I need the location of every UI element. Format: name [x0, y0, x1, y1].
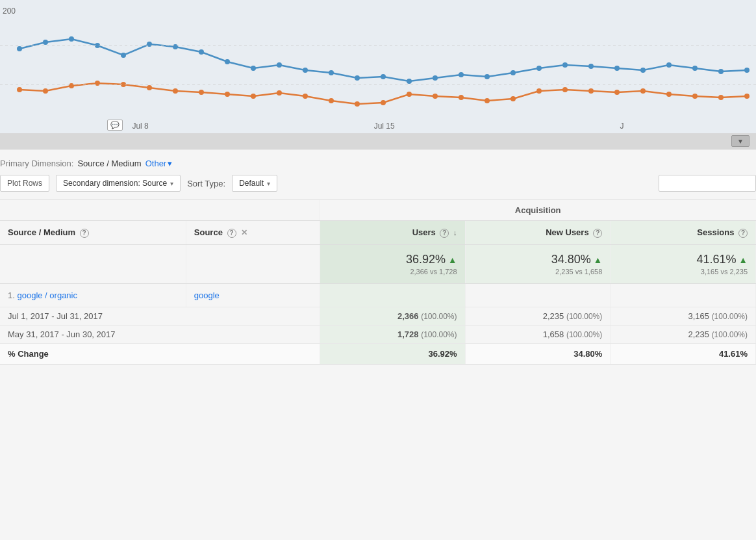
source-col-header: Source ? ✕ — [186, 221, 320, 245]
other-button[interactable]: Other ▾ — [145, 159, 173, 168]
primary-dimension-label: Primary Dimension: — [0, 159, 73, 168]
svg-point-11 — [303, 68, 308, 73]
date1-users: 2,366 (100.00%) — [320, 307, 465, 325]
svg-point-34 — [147, 85, 152, 90]
new-users-help-icon[interactable]: ? — [593, 229, 602, 238]
summary-users-trend: ▲ — [448, 255, 457, 265]
svg-point-39 — [277, 90, 282, 96]
row-1: 1. google / organic google — [0, 283, 756, 307]
row1-sessions — [611, 283, 756, 307]
source-help-icon[interactable]: ? — [227, 229, 236, 238]
secondary-dimension-arrow: ▾ — [170, 180, 173, 187]
svg-point-18 — [485, 74, 490, 79]
users-help-icon[interactable]: ? — [440, 229, 449, 238]
sessions-col-header: Sessions ? — [611, 221, 756, 245]
svg-point-5 — [147, 42, 152, 47]
date1-users-pct: (100.00%) — [421, 312, 457, 321]
svg-point-15 — [407, 79, 412, 84]
svg-point-22 — [588, 64, 594, 69]
svg-point-36 — [199, 90, 204, 95]
row1-new-users — [465, 283, 611, 307]
svg-point-9 — [251, 66, 256, 71]
summary-users-vs: 2,366 vs 1,728 — [328, 268, 457, 276]
users-col-header: Users ? ↓ — [320, 221, 465, 245]
change-sessions: 41.61% — [611, 343, 756, 364]
row1-source-medium-val[interactable]: google / organic — [17, 290, 77, 300]
date2-sessions-pct: (100.00%) — [712, 330, 748, 339]
svg-point-41 — [329, 98, 334, 103]
svg-point-46 — [459, 95, 464, 100]
svg-point-12 — [329, 70, 334, 75]
date1-new-users: 2,235 (100.00%) — [465, 307, 611, 325]
svg-point-49 — [536, 88, 542, 94]
svg-point-47 — [485, 98, 490, 103]
svg-point-44 — [407, 92, 412, 97]
date1-new-users-pct: (100.00%) — [566, 312, 602, 321]
summary-users-cell: 36.92% ▲ 2,366 vs 1,728 — [320, 244, 465, 283]
date1-sessions: 3,165 (100.00%) — [611, 307, 756, 325]
svg-point-30 — [43, 88, 48, 94]
svg-point-20 — [536, 66, 542, 71]
date-row-1: Jul 1, 2017 - Jul 31, 2017 2,366 (100.00… — [0, 307, 756, 325]
summary-new-users-trend: ▲ — [593, 255, 602, 265]
summary-source-cell — [186, 244, 320, 283]
source-close-icon[interactable]: ✕ — [241, 228, 247, 237]
svg-point-17 — [459, 72, 464, 77]
svg-point-28 — [744, 68, 750, 73]
svg-point-50 — [562, 87, 568, 92]
source-medium-col-header: Source / Medium ? — [0, 221, 186, 245]
change-users: 36.92% — [320, 343, 465, 364]
sort-type-arrow: ▾ — [267, 180, 270, 187]
svg-point-21 — [562, 62, 568, 68]
row1-num: 1. — [8, 290, 15, 300]
svg-point-8 — [225, 59, 230, 64]
svg-point-27 — [718, 69, 724, 74]
scroll-bar[interactable]: ▼ — [0, 133, 756, 149]
scroll-down-btn[interactable]: ▼ — [731, 135, 750, 147]
chart-annotation: 💬 — [107, 120, 123, 131]
date2-new-users: 1,658 (100.00%) — [465, 325, 611, 343]
sort-type-label: Sort Type: — [187, 179, 225, 188]
users-sort-icon[interactable]: ↓ — [453, 229, 457, 237]
row1-users — [320, 283, 465, 307]
date2-users-val: 1,728 — [397, 329, 419, 339]
date2-new-users-pct: (100.00%) — [566, 330, 602, 339]
svg-point-1 — [43, 40, 48, 45]
svg-point-40 — [303, 94, 308, 99]
svg-point-19 — [510, 70, 516, 75]
svg-point-48 — [510, 96, 516, 101]
svg-point-37 — [225, 92, 230, 97]
plot-rows-button[interactable]: Plot Rows — [0, 175, 49, 192]
date2-label: May 31, 2017 - Jun 30, 2017 — [0, 325, 320, 343]
svg-point-42 — [355, 101, 360, 107]
row1-source-val[interactable]: google — [194, 290, 220, 300]
change-new-users: 34.80% — [465, 343, 611, 364]
svg-point-24 — [640, 68, 646, 73]
svg-point-25 — [666, 62, 672, 68]
svg-point-51 — [588, 88, 594, 94]
svg-point-52 — [614, 90, 620, 95]
other-dropdown-arrow: ▾ — [168, 159, 172, 168]
search-input[interactable] — [659, 175, 756, 192]
svg-point-4 — [121, 53, 126, 58]
sort-type-dropdown[interactable]: Default ▾ — [232, 175, 277, 192]
date2-users: 1,728 (100.00%) — [320, 325, 465, 343]
secondary-dimension-dropdown[interactable]: Secondary dimension: Source ▾ — [56, 175, 181, 192]
svg-point-54 — [666, 92, 672, 97]
x-label-j: J — [620, 122, 624, 131]
source-medium-help-icon[interactable]: ? — [80, 229, 89, 238]
svg-point-14 — [381, 74, 386, 79]
svg-point-0 — [17, 46, 22, 51]
sessions-help-icon[interactable]: ? — [738, 229, 748, 238]
empty-header — [0, 200, 320, 221]
svg-point-43 — [381, 100, 386, 105]
change-row: % Change 36.92% 34.80% 41.61% — [0, 343, 756, 364]
change-label: % Change — [0, 343, 320, 364]
date2-new-users-val: 1,658 — [543, 329, 564, 339]
svg-point-29 — [17, 87, 22, 92]
svg-point-32 — [95, 81, 100, 86]
svg-point-26 — [692, 66, 698, 71]
date1-label: Jul 1, 2017 - Jul 31, 2017 — [0, 307, 320, 325]
svg-point-45 — [433, 94, 438, 99]
svg-point-56 — [718, 95, 724, 100]
